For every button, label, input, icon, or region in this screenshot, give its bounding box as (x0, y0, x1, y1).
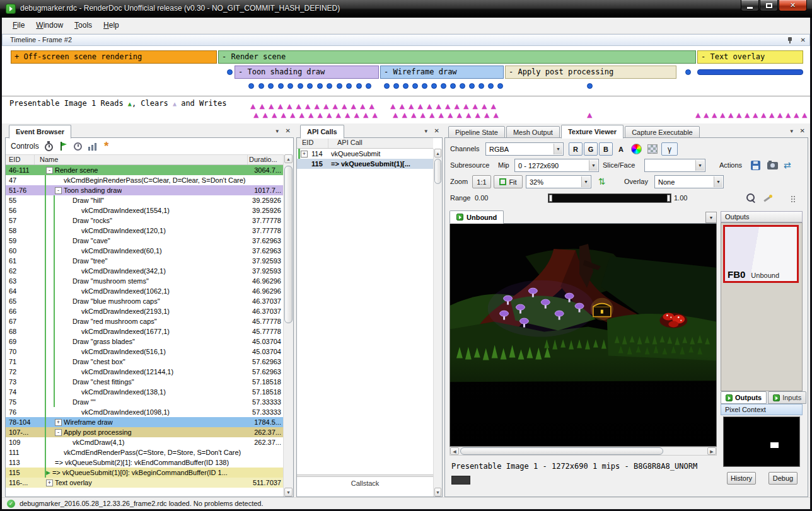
column-eid[interactable]: EID (297, 138, 328, 148)
event-row[interactable]: 76vkCmdDrawIndexed(1098,1)57.33333 (6, 407, 283, 417)
event-row[interactable]: 61Draw "tree"37.92593 (6, 256, 283, 266)
menu-item-window[interactable]: Window (30, 18, 69, 33)
timeline-draw-dot[interactable] (412, 83, 418, 89)
event-row[interactable]: 75Draw ""57.33333 (6, 397, 283, 407)
scroll-up-icon[interactable]: ▲ (434, 149, 441, 158)
event-browser-scrollbar[interactable]: ▲ ▼ (283, 154, 293, 497)
timeline-draw-dot[interactable] (307, 83, 313, 89)
event-row[interactable]: 70vkCmdDrawIndexed(516,1)45.03704 (6, 347, 283, 357)
scroll-up-icon[interactable]: ▲ (284, 154, 293, 163)
event-row[interactable]: 65Draw "blue mushroom caps"46.37037 (6, 296, 283, 306)
range-min-handle[interactable] (549, 195, 552, 202)
time-durations-icon[interactable] (45, 143, 53, 151)
refresh-icon[interactable]: ⇄ (784, 160, 791, 170)
maximize-button[interactable] (760, 0, 778, 11)
column-api-call[interactable]: API Call (328, 138, 433, 148)
menu-item-help[interactable]: Help (98, 18, 125, 33)
scroll-down-icon[interactable]: ▼ (284, 488, 293, 497)
close-button[interactable]: ✕ (779, 0, 807, 11)
tab-texture-viewer[interactable]: Texture Viewer (561, 125, 624, 139)
event-row[interactable]: 116-...+Text overlay511.7037 (6, 478, 283, 488)
close-panel-icon[interactable]: ✕ (801, 37, 806, 44)
event-row[interactable]: 66vkCmdDrawIndexed(2193,1)46.37037 (6, 306, 283, 316)
callstack-splitter[interactable] (297, 474, 433, 477)
event-row[interactable]: 46-111-Render scene3064.7... (6, 165, 283, 175)
snapshot-icon[interactable] (767, 162, 778, 169)
magnifier-icon[interactable] (746, 193, 757, 204)
titlebar[interactable]: debugmarker.rdc - RenderDoc Unofficial r… (0, 0, 812, 18)
history-button[interactable]: History (727, 472, 756, 485)
timeline-draw-dot[interactable] (258, 83, 264, 89)
event-row[interactable]: 69Draw "grass blades"45.03704 (6, 336, 283, 347)
timeline-draw-dot[interactable] (346, 83, 352, 89)
event-row[interactable]: 74vkCmdDrawIndexed(138,1)57.18518 (6, 387, 283, 397)
timeline-draw-dot[interactable] (278, 83, 284, 89)
event-row[interactable]: 55Draw "hill"39.25926 (6, 195, 283, 205)
event-row[interactable]: 67Draw "red mushroom caps"45.77778 (6, 316, 283, 326)
event-row[interactable]: 71Draw "chest box"57.62963 (6, 357, 283, 367)
event-row[interactable]: 64vkCmdDrawIndexed(1062,1)46.96296 (6, 286, 283, 296)
flip-y-icon[interactable]: ⇅ (598, 176, 606, 187)
timeline-draw-dot[interactable] (248, 83, 254, 89)
timeline-draw-dot[interactable] (488, 83, 494, 89)
event-row[interactable]: 63Draw "mushroom stems"46.96296 (6, 276, 283, 286)
event-row[interactable]: 73Draw "chest fittings"57.18518 (6, 377, 283, 387)
timeline-marker-bar[interactable]: - Text overlay (697, 50, 803, 64)
scrollbar-thumb[interactable] (284, 166, 293, 323)
timeline-marker-bar[interactable]: - Wireframe draw (380, 66, 504, 79)
api-calls-scrollbar[interactable]: ▲ ▼ (433, 149, 442, 497)
channel-g-button[interactable]: G (584, 142, 598, 156)
timeline-draw-dot[interactable] (460, 83, 465, 89)
column-eid[interactable]: EID (6, 155, 35, 164)
expand-icon[interactable]: + (301, 151, 308, 158)
timeline-marker-bar[interactable]: - Apply post processing (505, 66, 676, 79)
texture-list-dropdown-icon[interactable]: ▼ (705, 212, 717, 223)
event-row[interactable]: 60vkCmdDrawIndexed(60,1)37.62963 (6, 246, 283, 256)
range-histogram[interactable] (548, 193, 671, 203)
timeline-draw-dot[interactable] (587, 83, 593, 89)
close-panel-icon[interactable]: ✕ (286, 127, 291, 135)
timeline-event-dot[interactable] (685, 69, 691, 75)
minimize-button[interactable] (741, 0, 759, 11)
sliceface-select[interactable]: ▼ (644, 159, 705, 172)
color-wheel-icon[interactable] (631, 144, 642, 154)
collapse-icon[interactable]: - (55, 187, 62, 194)
zoom-percent-select[interactable]: 32% ▼ (526, 175, 591, 188)
api-calls-column-headers[interactable]: EID API Call (297, 138, 433, 149)
event-row[interactable]: 58vkCmdDrawIndexed(120,1)37.77778 (6, 226, 283, 236)
timeline-draw-dot[interactable] (478, 83, 484, 89)
timeline-draw-dot[interactable] (287, 83, 293, 89)
channels-select[interactable]: RGBA ▼ (485, 142, 564, 156)
scroll-right-icon[interactable]: ▶ (707, 447, 716, 455)
scroll-left-icon[interactable]: ◀ (450, 447, 459, 455)
event-row[interactable]: 57Draw "rocks"37.77778 (6, 215, 283, 226)
zoom-1to1-button[interactable]: 1:1 (472, 175, 491, 188)
event-row[interactable]: 78-104+Wireframe draw1784.5... (6, 417, 283, 427)
menu-item-tools[interactable]: Tools (69, 18, 98, 33)
channel-a-button[interactable]: A (614, 142, 628, 156)
timeline-draw-dot[interactable] (298, 83, 303, 89)
panel-menu-icon[interactable]: ▼ (424, 129, 429, 134)
pixel-context-view[interactable] (723, 416, 800, 467)
api-row[interactable]: 115=> vkQueueSubmit(1)[... (297, 159, 433, 169)
close-panel-icon[interactable]: ✕ (800, 127, 805, 135)
texture-image[interactable] (450, 224, 717, 447)
settings-star-icon[interactable]: * (104, 142, 108, 150)
collapse-icon[interactable]: - (46, 167, 53, 174)
timeline-draw-dot[interactable] (268, 83, 274, 89)
timeline[interactable]: + Off-screen scene rendering- Render sce… (2, 46, 810, 123)
scrollbar-thumb[interactable] (460, 447, 663, 455)
tab-inputs[interactable]: Inputs (768, 391, 806, 404)
timeline-draw-dot[interactable] (422, 83, 427, 89)
event-row[interactable]: 59Draw "cave"37.62963 (6, 236, 283, 246)
event-row[interactable]: 107-...-Apply post processing262.37... (6, 427, 283, 437)
timeline-event-dot[interactable] (227, 69, 233, 75)
statistics-icon[interactable] (88, 142, 98, 151)
panel-menu-icon[interactable]: ▼ (275, 129, 280, 134)
event-browser-column-headers[interactable]: EID Name Duratio... (6, 154, 283, 165)
timeline-draw-dot[interactable] (403, 83, 409, 89)
texture-h-scrollbar[interactable]: ◀ ▶ (450, 447, 717, 456)
timeline-dense-draws-bar[interactable] (697, 69, 803, 75)
timeline-draw-dot[interactable] (497, 83, 503, 89)
event-row[interactable]: 111vkCmdEndRenderPass(C=Store, D=Store, … (6, 447, 283, 457)
